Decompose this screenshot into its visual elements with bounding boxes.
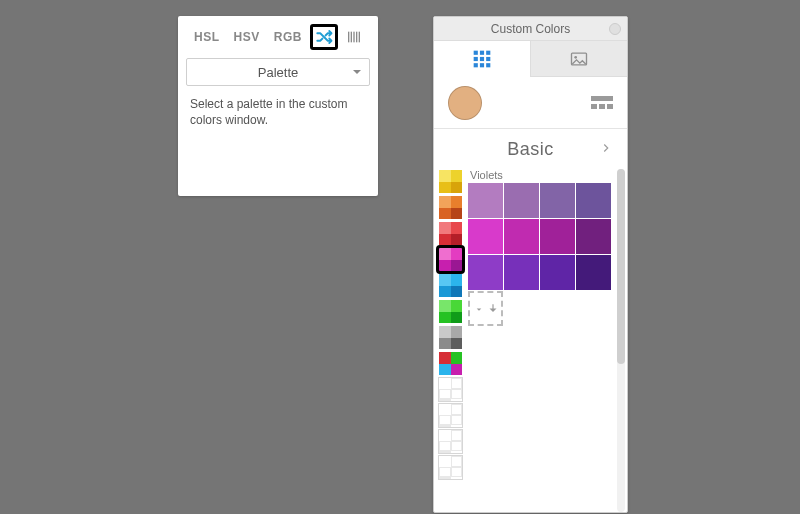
palette-thumbnail[interactable] [438, 221, 463, 246]
palette-thumbnail[interactable] [438, 299, 463, 324]
palette-thumbnail[interactable] [438, 169, 463, 194]
image-icon [569, 49, 589, 69]
svg-rect-2 [353, 32, 354, 43]
color-swatch[interactable] [576, 255, 611, 290]
tab-rgb[interactable]: RGB [268, 27, 308, 47]
layout-toggle-icon[interactable] [591, 96, 613, 110]
svg-rect-12 [480, 63, 484, 67]
svg-rect-4 [359, 32, 360, 43]
color-swatch[interactable] [468, 183, 503, 218]
help-text: Select a palette in the custom colors wi… [178, 86, 378, 128]
color-mode-panel: HSL HSV RGB Palette Select a palette in … [178, 16, 378, 196]
svg-rect-5 [474, 51, 478, 55]
tab-swatches[interactable] [434, 41, 530, 77]
current-color-swatch[interactable] [448, 86, 482, 120]
color-swatch[interactable] [540, 219, 575, 254]
tab-hsv[interactable]: HSV [228, 27, 266, 47]
current-color-row [434, 77, 627, 129]
download-arrow-icon [472, 302, 486, 316]
color-swatch[interactable] [504, 183, 539, 218]
svg-rect-11 [474, 63, 478, 67]
palette-thumbnail[interactable] [438, 273, 463, 298]
color-swatch[interactable] [468, 255, 503, 290]
svg-rect-7 [486, 51, 490, 55]
palette-thumbnail[interactable] [438, 325, 463, 350]
bars-icon [346, 29, 362, 45]
svg-rect-9 [480, 57, 484, 61]
palette-thumbnail[interactable] [438, 429, 463, 454]
svg-rect-8 [474, 57, 478, 61]
shuffle-icon [315, 27, 333, 47]
group-name: Basic [507, 139, 554, 160]
svg-rect-6 [480, 51, 484, 55]
color-swatch[interactable] [576, 183, 611, 218]
group-header[interactable]: Basic [434, 129, 627, 169]
color-swatch[interactable] [540, 255, 575, 290]
color-swatch[interactable] [504, 255, 539, 290]
svg-rect-3 [356, 32, 357, 43]
mode-tab-strip: HSL HSV RGB [178, 22, 378, 52]
svg-point-15 [574, 56, 577, 59]
svg-rect-10 [486, 57, 490, 61]
palette-select-label: Palette [258, 65, 298, 80]
titlebar: Custom Colors [434, 17, 627, 41]
tab-shuffle[interactable] [310, 24, 338, 50]
chevron-right-icon [599, 141, 613, 155]
color-swatch[interactable] [504, 219, 539, 254]
tab-hsl[interactable]: HSL [188, 27, 226, 47]
svg-rect-0 [348, 32, 349, 43]
palette-thumbnail-column [438, 169, 464, 480]
add-color-button[interactable] [468, 291, 503, 326]
svg-rect-1 [351, 32, 352, 43]
scrollbar-thumb[interactable] [617, 169, 625, 364]
color-section: Violets [468, 169, 613, 326]
color-swatch[interactable] [540, 183, 575, 218]
palette-scroll-area: Violets [434, 169, 627, 512]
violets-grid [468, 183, 613, 290]
main-tab-strip [434, 41, 627, 77]
custom-colors-panel: Custom Colors Basic Violets [433, 16, 628, 513]
palette-thumbnail[interactable] [438, 403, 463, 428]
color-swatch[interactable] [468, 219, 503, 254]
close-icon[interactable] [609, 23, 621, 35]
color-swatch[interactable] [576, 219, 611, 254]
palette-thumbnail[interactable] [438, 351, 463, 376]
palette-thumbnail[interactable] [438, 247, 463, 272]
palette-select[interactable]: Palette [186, 58, 370, 86]
grid-icon [472, 49, 492, 69]
palette-thumbnail[interactable] [438, 377, 463, 402]
palette-thumbnail[interactable] [438, 455, 463, 480]
palette-thumbnail[interactable] [438, 195, 463, 220]
tab-bars[interactable] [340, 24, 368, 50]
tab-image[interactable] [530, 41, 627, 77]
svg-rect-13 [486, 63, 490, 67]
window-title: Custom Colors [491, 22, 570, 36]
section-label: Violets [468, 169, 613, 183]
